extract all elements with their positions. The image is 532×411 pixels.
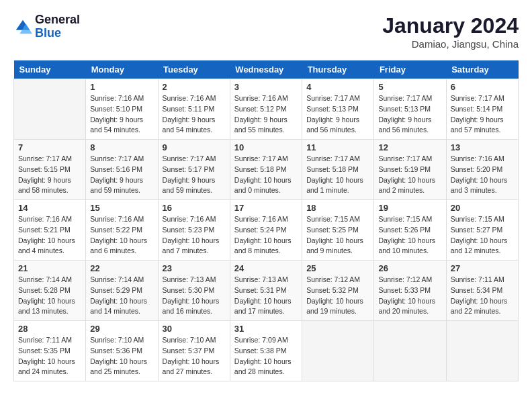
day-number: 27	[451, 263, 514, 273]
calendar-cell: 10Sunrise: 7:17 AMSunset: 5:18 PMDayligh…	[230, 140, 302, 200]
day-number: 20	[451, 203, 514, 213]
day-info: Sunrise: 7:17 AMSunset: 5:19 PMDaylight:…	[378, 154, 441, 196]
calendar-cell	[446, 321, 518, 381]
day-number: 7	[18, 142, 81, 152]
day-info: Sunrise: 7:16 AMSunset: 5:20 PMDaylight:…	[451, 154, 514, 196]
day-info: Sunrise: 7:16 AMSunset: 5:10 PMDaylight:…	[90, 93, 153, 136]
calendar-cell: 30Sunrise: 7:10 AMSunset: 5:37 PMDayligh…	[158, 321, 230, 381]
day-info: Sunrise: 7:13 AMSunset: 5:31 PMDaylight:…	[234, 275, 298, 317]
calendar-cell: 14Sunrise: 7:16 AMSunset: 5:21 PMDayligh…	[14, 200, 86, 261]
day-number: 13	[451, 142, 514, 152]
calendar-cell: 17Sunrise: 7:16 AMSunset: 5:24 PMDayligh…	[230, 200, 302, 261]
weekday-header-tuesday: Tuesday	[158, 60, 230, 79]
month-title: January 2024	[382, 13, 519, 38]
calendar-cell: 28Sunrise: 7:11 AMSunset: 5:35 PMDayligh…	[14, 321, 86, 381]
day-number: 28	[18, 324, 81, 334]
calendar-cell: 9Sunrise: 7:17 AMSunset: 5:17 PMDaylight…	[158, 140, 230, 200]
day-info: Sunrise: 7:17 AMSunset: 5:13 PMDaylight:…	[306, 93, 369, 136]
day-number: 10	[234, 142, 298, 152]
calendar-cell	[374, 321, 446, 381]
calendar-cell: 31Sunrise: 7:09 AMSunset: 5:38 PMDayligh…	[230, 321, 302, 381]
day-info: Sunrise: 7:16 AMSunset: 5:23 PMDaylight:…	[163, 214, 226, 257]
calendar-week-4: 21Sunrise: 7:14 AMSunset: 5:28 PMDayligh…	[14, 261, 519, 321]
day-number: 30	[163, 324, 226, 334]
day-info: Sunrise: 7:11 AMSunset: 5:34 PMDaylight:…	[451, 275, 514, 317]
logo: GeneralBlue	[13, 13, 80, 40]
day-info: Sunrise: 7:12 AMSunset: 5:32 PMDaylight:…	[306, 275, 369, 317]
day-number: 12	[378, 142, 441, 152]
page-header: GeneralBlue January 2024 Damiao, Jiangsu…	[13, 13, 519, 50]
calendar-cell: 20Sunrise: 7:15 AMSunset: 5:27 PMDayligh…	[446, 200, 518, 261]
day-info: Sunrise: 7:12 AMSunset: 5:33 PMDaylight:…	[378, 275, 441, 317]
calendar-cell: 11Sunrise: 7:17 AMSunset: 5:18 PMDayligh…	[302, 140, 374, 200]
day-info: Sunrise: 7:10 AMSunset: 5:36 PMDaylight:…	[90, 335, 153, 377]
calendar-table: SundayMondayTuesdayWednesdayThursdayFrid…	[13, 60, 519, 381]
day-number: 3	[234, 82, 298, 92]
weekday-header-friday: Friday	[374, 60, 446, 79]
day-info: Sunrise: 7:17 AMSunset: 5:18 PMDaylight:…	[234, 154, 298, 196]
calendar-cell: 12Sunrise: 7:17 AMSunset: 5:19 PMDayligh…	[374, 140, 446, 200]
day-number: 31	[234, 324, 298, 334]
day-number: 2	[163, 82, 226, 92]
title-block: January 2024 Damiao, Jiangsu, China	[382, 13, 519, 50]
day-info: Sunrise: 7:16 AMSunset: 5:22 PMDaylight:…	[90, 214, 153, 257]
weekday-header-row: SundayMondayTuesdayWednesdayThursdayFrid…	[14, 60, 519, 79]
day-info: Sunrise: 7:17 AMSunset: 5:17 PMDaylight:…	[163, 154, 226, 196]
day-number: 4	[306, 82, 369, 92]
calendar-cell: 21Sunrise: 7:14 AMSunset: 5:28 PMDayligh…	[14, 261, 86, 321]
calendar-cell: 5Sunrise: 7:17 AMSunset: 5:13 PMDaylight…	[374, 79, 446, 140]
day-number: 22	[90, 263, 153, 273]
calendar-cell: 4Sunrise: 7:17 AMSunset: 5:13 PMDaylight…	[302, 79, 374, 140]
day-number: 11	[306, 142, 369, 152]
calendar-cell: 6Sunrise: 7:17 AMSunset: 5:14 PMDaylight…	[446, 79, 518, 140]
weekday-header-monday: Monday	[86, 60, 158, 79]
day-number: 8	[90, 142, 153, 152]
day-number: 16	[163, 203, 226, 213]
day-number: 9	[163, 142, 226, 152]
day-number: 26	[378, 263, 441, 273]
day-info: Sunrise: 7:17 AMSunset: 5:15 PMDaylight:…	[18, 154, 81, 196]
calendar-cell: 24Sunrise: 7:13 AMSunset: 5:31 PMDayligh…	[230, 261, 302, 321]
calendar-cell: 8Sunrise: 7:17 AMSunset: 5:16 PMDaylight…	[86, 140, 158, 200]
day-info: Sunrise: 7:16 AMSunset: 5:11 PMDaylight:…	[163, 93, 226, 136]
day-info: Sunrise: 7:17 AMSunset: 5:14 PMDaylight:…	[451, 93, 514, 136]
calendar-week-1: 1Sunrise: 7:16 AMSunset: 5:10 PMDaylight…	[14, 79, 519, 140]
day-number: 25	[306, 263, 369, 273]
day-info: Sunrise: 7:16 AMSunset: 5:24 PMDaylight:…	[234, 214, 298, 257]
calendar-cell: 16Sunrise: 7:16 AMSunset: 5:23 PMDayligh…	[158, 200, 230, 261]
day-info: Sunrise: 7:15 AMSunset: 5:27 PMDaylight:…	[451, 214, 514, 257]
calendar-cell: 7Sunrise: 7:17 AMSunset: 5:15 PMDaylight…	[14, 140, 86, 200]
day-info: Sunrise: 7:14 AMSunset: 5:29 PMDaylight:…	[90, 275, 153, 317]
day-number: 24	[234, 263, 298, 273]
calendar-cell: 26Sunrise: 7:12 AMSunset: 5:33 PMDayligh…	[374, 261, 446, 321]
calendar-week-2: 7Sunrise: 7:17 AMSunset: 5:15 PMDaylight…	[14, 140, 519, 200]
weekday-header-wednesday: Wednesday	[230, 60, 302, 79]
calendar-cell: 3Sunrise: 7:16 AMSunset: 5:12 PMDaylight…	[230, 79, 302, 140]
logo-icon	[13, 17, 32, 36]
day-info: Sunrise: 7:15 AMSunset: 5:26 PMDaylight:…	[378, 214, 441, 257]
day-number: 18	[306, 203, 369, 213]
weekday-header-thursday: Thursday	[302, 60, 374, 79]
day-info: Sunrise: 7:17 AMSunset: 5:16 PMDaylight:…	[90, 154, 153, 196]
day-number: 15	[90, 203, 153, 213]
calendar-cell: 27Sunrise: 7:11 AMSunset: 5:34 PMDayligh…	[446, 261, 518, 321]
day-info: Sunrise: 7:14 AMSunset: 5:28 PMDaylight:…	[18, 275, 81, 317]
day-info: Sunrise: 7:10 AMSunset: 5:37 PMDaylight:…	[163, 335, 226, 377]
calendar-cell: 25Sunrise: 7:12 AMSunset: 5:32 PMDayligh…	[302, 261, 374, 321]
calendar-cell: 15Sunrise: 7:16 AMSunset: 5:22 PMDayligh…	[86, 200, 158, 261]
day-info: Sunrise: 7:13 AMSunset: 5:30 PMDaylight:…	[163, 275, 226, 317]
logo-text: GeneralBlue	[35, 13, 80, 40]
day-info: Sunrise: 7:11 AMSunset: 5:35 PMDaylight:…	[18, 335, 81, 377]
day-info: Sunrise: 7:16 AMSunset: 5:21 PMDaylight:…	[18, 214, 81, 257]
location: Damiao, Jiangsu, China	[382, 38, 519, 50]
weekday-header-saturday: Saturday	[446, 60, 518, 79]
calendar-cell: 29Sunrise: 7:10 AMSunset: 5:36 PMDayligh…	[86, 321, 158, 381]
day-number: 17	[234, 203, 298, 213]
day-number: 29	[90, 324, 153, 334]
day-info: Sunrise: 7:17 AMSunset: 5:13 PMDaylight:…	[378, 93, 441, 136]
calendar-cell: 2Sunrise: 7:16 AMSunset: 5:11 PMDaylight…	[158, 79, 230, 140]
calendar-cell: 1Sunrise: 7:16 AMSunset: 5:10 PMDaylight…	[86, 79, 158, 140]
calendar-week-3: 14Sunrise: 7:16 AMSunset: 5:21 PMDayligh…	[14, 200, 519, 261]
day-info: Sunrise: 7:15 AMSunset: 5:25 PMDaylight:…	[306, 214, 369, 257]
day-number: 1	[90, 82, 153, 92]
